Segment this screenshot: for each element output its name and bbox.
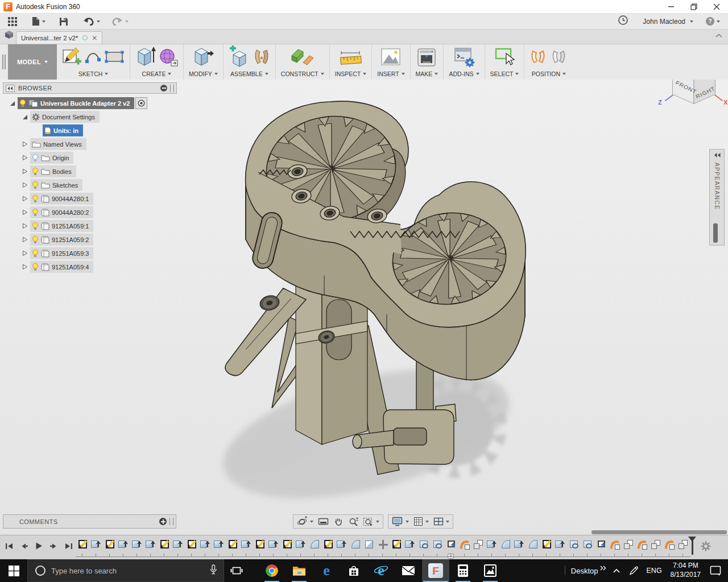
timeline-feature[interactable] xyxy=(485,538,499,553)
timeline-feature[interactable] xyxy=(103,538,117,553)
timeline-feature[interactable] xyxy=(185,538,198,553)
timeline-feature[interactable] xyxy=(526,538,540,553)
timeline-feature[interactable]: + xyxy=(444,538,458,553)
timeline-feature-icon[interactable] xyxy=(664,539,675,550)
timeline-feature[interactable] xyxy=(280,538,294,553)
timeline-feature-icon[interactable] xyxy=(378,539,388,550)
panel-drag-handle[interactable] xyxy=(169,518,173,525)
timeline-feature[interactable] xyxy=(321,538,335,553)
insert-image-icon[interactable] xyxy=(380,48,402,69)
timeline-feature-icon[interactable] xyxy=(598,541,605,547)
timeline-feature[interactable] xyxy=(198,538,212,553)
taskbar-app-file-explorer[interactable] xyxy=(286,559,313,582)
timeline-feature[interactable] xyxy=(458,538,471,553)
timeline-feature[interactable] xyxy=(335,538,349,553)
timeline-feature-icon[interactable] xyxy=(296,541,303,548)
timeline-feature[interactable] xyxy=(553,538,567,553)
document-tab[interactable]: Universal...ter 2 v2* ✕ xyxy=(16,31,102,44)
timeline-feature[interactable] xyxy=(130,538,144,553)
add-comment-icon[interactable] xyxy=(159,518,167,525)
taskbar-app-mail[interactable] xyxy=(395,559,422,582)
show-hidden-icons-chevron[interactable] xyxy=(609,559,624,582)
joint-icon[interactable] xyxy=(253,47,270,69)
save-button[interactable] xyxy=(56,15,72,28)
timeline-feature-icon[interactable] xyxy=(405,541,412,548)
grid-snap-button[interactable] xyxy=(411,515,431,528)
language-indicator[interactable]: ENG xyxy=(643,567,666,575)
workspace-selector[interactable]: MODEL xyxy=(8,44,57,80)
collapse-panel-icon[interactable] xyxy=(6,85,15,92)
timeline-feature[interactable] xyxy=(649,538,663,553)
timeline-feature-icon[interactable] xyxy=(637,539,647,550)
help-button[interactable]: ? xyxy=(706,17,720,26)
file-menu-button[interactable] xyxy=(28,15,49,28)
timeline-feature[interactable] xyxy=(239,538,253,553)
timeline-feature[interactable] xyxy=(349,538,362,553)
visibility-bulb-icon[interactable] xyxy=(19,99,26,107)
timeline-feature-icon[interactable] xyxy=(91,541,98,548)
timeline-feature-icon[interactable] xyxy=(106,540,114,548)
ribbon-group-modify[interactable]: MODIFY xyxy=(184,44,224,80)
timeline-feature-icon[interactable] xyxy=(241,541,248,548)
timeline-feature-icon[interactable] xyxy=(173,541,180,548)
timeline-feature[interactable] xyxy=(212,538,226,553)
visibility-bulb-icon[interactable] xyxy=(32,236,39,244)
visibility-bulb-icon[interactable] xyxy=(32,168,39,176)
timeline-feature-icon[interactable] xyxy=(570,541,578,548)
timeline-feature[interactable] xyxy=(308,538,321,553)
expanded-caret-icon[interactable] xyxy=(22,114,28,120)
task-view-button[interactable] xyxy=(224,559,249,582)
3d-print-icon[interactable] xyxy=(416,48,437,69)
press-pull-icon[interactable] xyxy=(192,45,214,69)
timeline-play-button[interactable] xyxy=(33,540,45,552)
collapsed-caret-icon[interactable] xyxy=(22,155,28,161)
ribbon-group-position[interactable]: POSITION xyxy=(524,44,573,80)
timeline-feature-icon[interactable] xyxy=(188,540,196,548)
expanded-caret-icon[interactable] xyxy=(10,101,15,106)
browser-row-root[interactable]: Universal Buckle Adapter 2 v2 xyxy=(10,97,147,109)
start-button[interactable] xyxy=(0,559,27,582)
timeline-feature[interactable] xyxy=(635,538,649,553)
ribbon-group-assemble[interactable]: ASSEMBLE xyxy=(224,44,276,80)
tab-close-icon[interactable]: ✕ xyxy=(92,35,97,41)
collapsed-caret-icon[interactable] xyxy=(22,196,28,202)
timeline-feature[interactable] xyxy=(362,538,376,553)
spline-icon[interactable] xyxy=(84,47,101,69)
browser-row-sketches[interactable]: Sketches xyxy=(22,179,82,191)
browser-row-bodies[interactable]: Bodies xyxy=(22,165,76,177)
ribbon-group-sketch[interactable]: SKETCH xyxy=(57,44,130,80)
timeline-feature[interactable] xyxy=(512,538,526,553)
taskbar-app-edge[interactable]: e xyxy=(313,559,340,582)
browser-row-component[interactable]: 91251A059:3 xyxy=(22,247,93,259)
ribbon-group-addins[interactable]: ADD-INS xyxy=(444,44,485,80)
app-grid-icon[interactable] xyxy=(5,15,20,28)
timeline-feature-icon[interactable] xyxy=(283,540,292,548)
timeline-feature[interactable] xyxy=(431,538,444,553)
timeline-feature[interactable] xyxy=(253,538,267,553)
ribbon-group-make[interactable]: MAKE xyxy=(411,44,444,80)
timeline-feature-icon[interactable] xyxy=(448,541,455,547)
visibility-bulb-icon[interactable] xyxy=(32,195,39,203)
undo-button[interactable] xyxy=(80,15,104,28)
visibility-bulb-icon[interactable] xyxy=(32,222,39,230)
timeline-feature-icon[interactable] xyxy=(351,540,360,548)
taskbar-app-calculator[interactable] xyxy=(449,559,477,582)
collapsed-caret-icon[interactable] xyxy=(22,236,28,243)
timeline-feature-icon[interactable] xyxy=(146,541,152,548)
timeline-feature[interactable] xyxy=(499,538,512,553)
microphone-icon[interactable] xyxy=(209,564,218,577)
timeline-feature[interactable] xyxy=(267,538,280,553)
timeline-feature[interactable] xyxy=(594,538,608,553)
timeline-step-back-button[interactable] xyxy=(18,540,30,552)
collapsed-caret-icon[interactable] xyxy=(22,141,28,147)
timeline-feature[interactable] xyxy=(171,538,185,553)
timeline-feature-icon[interactable] xyxy=(651,539,661,550)
action-center-icon[interactable] xyxy=(705,559,728,582)
browser-row-component[interactable]: 91251A059:1 xyxy=(22,220,93,232)
timeline-feature[interactable] xyxy=(294,538,308,553)
timeline-feature[interactable] xyxy=(226,538,239,553)
ribbon-group-insert[interactable]: INSERT xyxy=(372,44,410,80)
ribbon-group-construct[interactable]: CONSTRUCT xyxy=(276,44,330,80)
browser-row-component[interactable]: 91251A059:4 xyxy=(22,261,93,273)
display-settings-button[interactable] xyxy=(390,515,411,528)
